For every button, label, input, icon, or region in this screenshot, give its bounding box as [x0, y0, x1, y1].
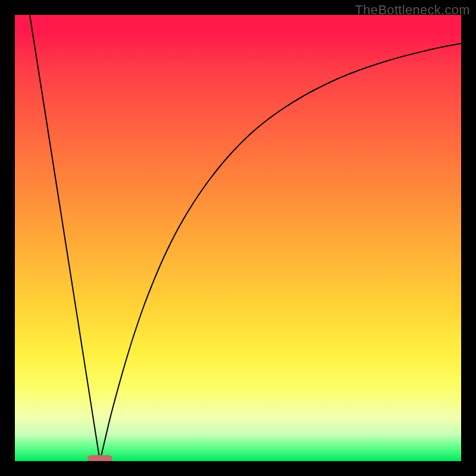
optimum-marker: [87, 455, 112, 461]
plot-area: [15, 15, 461, 461]
curve-svg: [15, 15, 461, 461]
chart-frame: TheBottleneck.com: [0, 0, 476, 476]
curve-left-limb: [30, 15, 100, 461]
curve-right-limb: [100, 43, 461, 461]
